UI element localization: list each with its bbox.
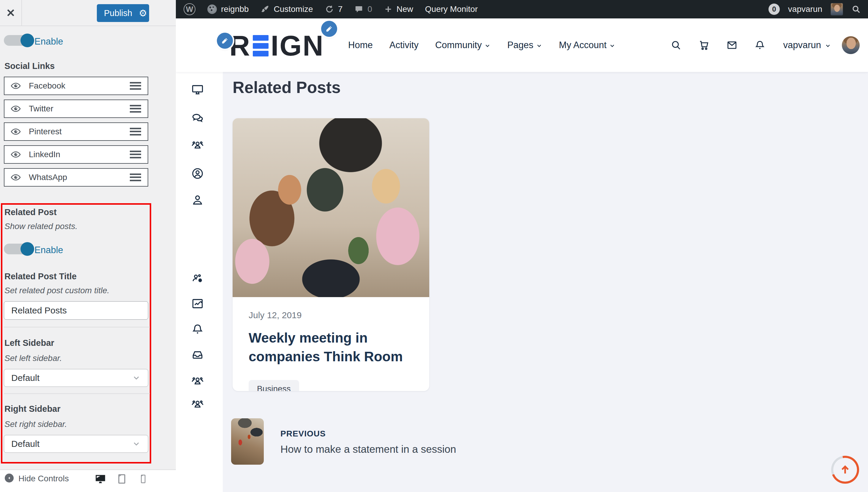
nav-item-community[interactable]: Community bbox=[435, 40, 491, 50]
drag-handle-icon[interactable] bbox=[130, 105, 141, 113]
admin-bar-query-monitor[interactable]: Query Monitor bbox=[425, 4, 478, 14]
customizer-footer: Hide Controls bbox=[0, 469, 176, 492]
post-featured-image[interactable] bbox=[232, 118, 429, 297]
left-sidebar-selected-value: Default bbox=[11, 373, 40, 383]
chevron-down-icon bbox=[132, 439, 141, 448]
collapse-sidebar-button[interactable] bbox=[5, 473, 14, 483]
related-post-enable-label[interactable]: Enable bbox=[34, 245, 63, 255]
wp-logo-menu[interactable]: W bbox=[183, 3, 196, 15]
preview-desktop-button[interactable] bbox=[93, 472, 107, 486]
previous-post-text: PREVIOUS How to make a statement in a se… bbox=[280, 418, 456, 465]
previous-post-title-link[interactable]: How to make a statement in a session bbox=[280, 443, 456, 455]
rail-inbox-icon[interactable] bbox=[191, 348, 204, 362]
previous-post-thumbnail[interactable] bbox=[231, 418, 264, 465]
publish-settings-gear-icon[interactable]: ⚙ bbox=[139, 8, 147, 18]
social-row-linkedin[interactable]: LinkedIn bbox=[4, 145, 148, 164]
scroll-to-top-button[interactable] bbox=[831, 456, 859, 484]
admin-bar-site-name[interactable]: reignbb bbox=[207, 4, 249, 14]
social-row-whatsapp[interactable]: WhatsApp bbox=[4, 168, 148, 187]
query-monitor-label: Query Monitor bbox=[425, 4, 478, 14]
social-row-facebook[interactable]: Facebook bbox=[4, 77, 148, 95]
nav-item-my-account[interactable]: My Account bbox=[559, 40, 616, 50]
site-preview: R IGN Home Activity Community Pages bbox=[176, 19, 868, 492]
post-category-badge[interactable]: Business bbox=[249, 380, 299, 391]
top-enable-toggle[interactable] bbox=[4, 35, 31, 46]
wordpress-logo-icon: W bbox=[183, 3, 196, 15]
related-post-title-input[interactable] bbox=[4, 301, 148, 320]
search-icon[interactable] bbox=[670, 39, 682, 51]
visibility-eye-icon[interactable] bbox=[10, 103, 21, 114]
mobile-icon bbox=[137, 473, 149, 485]
visibility-eye-icon[interactable] bbox=[10, 126, 21, 137]
section-divider bbox=[4, 327, 150, 327]
admin-bar-customize[interactable]: Customize bbox=[261, 4, 313, 14]
collapse-arrow-icon bbox=[6, 475, 12, 481]
close-icon bbox=[6, 8, 16, 18]
notifications-bell-icon[interactable] bbox=[754, 39, 766, 51]
messages-icon[interactable] bbox=[726, 39, 738, 51]
drag-handle-icon[interactable] bbox=[130, 82, 141, 90]
admin-search-icon[interactable] bbox=[851, 4, 861, 14]
admin-bar-new[interactable]: New bbox=[384, 4, 413, 14]
social-row-twitter[interactable]: Twitter bbox=[4, 100, 148, 118]
nav-item-home[interactable]: Home bbox=[348, 40, 373, 50]
admin-bar-comments[interactable]: 0 bbox=[354, 4, 372, 14]
rail-member-settings-icon[interactable] bbox=[191, 272, 204, 285]
drag-handle-icon[interactable] bbox=[130, 173, 141, 181]
left-sidebar-description: Set left sidebar. bbox=[4, 353, 62, 363]
rail-account-icon[interactable] bbox=[191, 193, 204, 207]
rail-profile-icon[interactable] bbox=[191, 167, 204, 180]
left-sidebar-select[interactable]: Default bbox=[4, 369, 148, 387]
site-logo[interactable]: R IGN bbox=[229, 31, 324, 60]
rail-forums-icon[interactable] bbox=[191, 111, 204, 124]
chevron-down-icon bbox=[484, 43, 491, 49]
hide-controls-label[interactable]: Hide Controls bbox=[19, 474, 69, 484]
social-links-heading: Social Links bbox=[4, 61, 55, 71]
nav-item-activity[interactable]: Activity bbox=[390, 40, 419, 50]
publish-button[interactable]: Publish ⚙ bbox=[97, 4, 149, 22]
admin-username[interactable]: vapvarun bbox=[788, 4, 822, 14]
toggle-knob bbox=[21, 33, 34, 47]
rail-activity-icon[interactable] bbox=[191, 297, 204, 311]
nav-label: Pages bbox=[507, 40, 534, 50]
related-post-card[interactable]: July 12, 2019 Weekly meeting in companie… bbox=[232, 118, 429, 391]
rail-desktop-icon[interactable] bbox=[191, 83, 204, 97]
notification-count-badge[interactable]: 0 bbox=[768, 4, 780, 15]
preview-mobile-button[interactable] bbox=[136, 472, 150, 486]
wp-admin-bar: W reignbb Customize 7 0 bbox=[176, 0, 868, 19]
header-username: vapvarun bbox=[783, 40, 821, 50]
cart-icon[interactable] bbox=[698, 39, 710, 51]
related-post-title-heading: Related Post Title bbox=[4, 272, 77, 281]
admin-avatar[interactable] bbox=[830, 3, 843, 16]
related-post-heading: Related Post bbox=[4, 207, 57, 217]
header-avatar[interactable] bbox=[842, 36, 860, 54]
rail-groups-icon[interactable] bbox=[191, 374, 204, 388]
toggle-knob bbox=[21, 242, 34, 256]
social-row-pinterest[interactable]: Pinterest bbox=[4, 122, 148, 141]
social-row-label: Twitter bbox=[29, 104, 53, 114]
drag-handle-icon[interactable] bbox=[130, 151, 141, 158]
edit-shortcut-button[interactable] bbox=[217, 33, 233, 49]
header-user-menu[interactable]: vapvarun bbox=[783, 40, 831, 50]
related-post-enable-toggle[interactable] bbox=[4, 244, 31, 254]
nav-item-pages[interactable]: Pages bbox=[507, 40, 542, 50]
post-title-link[interactable]: Weekly meeting in companies Think Room bbox=[249, 328, 413, 366]
drag-handle-icon[interactable] bbox=[130, 128, 141, 136]
post-card-body: July 12, 2019 Weekly meeting in companie… bbox=[232, 297, 429, 391]
primary-nav: Home Activity Community Pages My Account bbox=[348, 19, 616, 72]
visibility-eye-icon[interactable] bbox=[10, 172, 21, 183]
admin-bar-updates[interactable]: 7 bbox=[325, 4, 343, 14]
previous-post-nav[interactable]: PREVIOUS How to make a statement in a se… bbox=[231, 418, 456, 465]
rail-friends-icon[interactable] bbox=[191, 397, 204, 411]
close-customizer-button[interactable] bbox=[0, 0, 22, 26]
publish-label: Publish bbox=[104, 8, 132, 18]
edit-shortcut-button[interactable] bbox=[321, 21, 337, 37]
right-sidebar-select[interactable]: Default bbox=[4, 435, 148, 453]
visibility-eye-icon[interactable] bbox=[10, 149, 21, 160]
rail-notifications-icon[interactable] bbox=[191, 323, 204, 336]
chevron-down-icon bbox=[609, 43, 616, 49]
rail-members-icon[interactable] bbox=[191, 138, 204, 152]
visibility-eye-icon[interactable] bbox=[10, 80, 21, 91]
top-enable-label[interactable]: Enable bbox=[34, 36, 63, 47]
preview-tablet-button[interactable] bbox=[115, 472, 129, 486]
